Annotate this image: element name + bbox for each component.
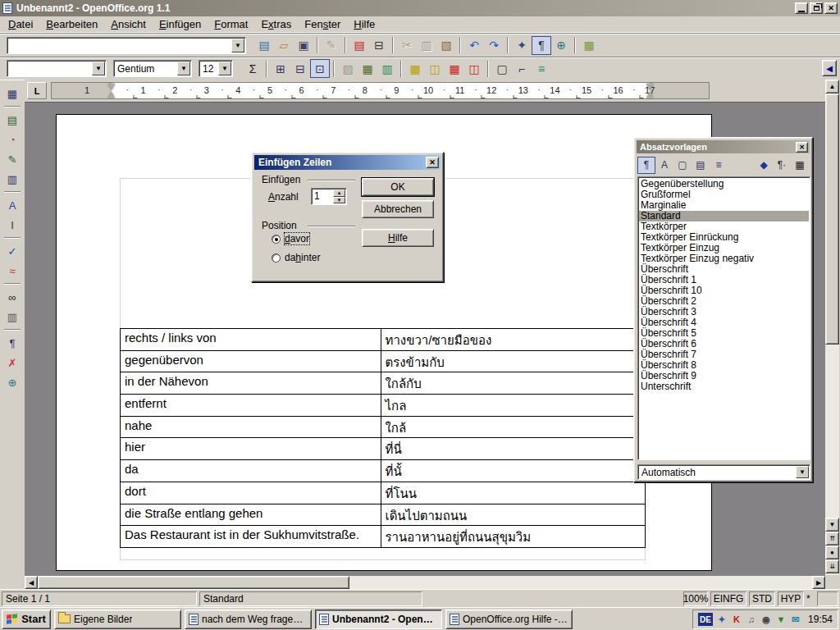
navigation-button[interactable]: ● <box>825 546 839 559</box>
menu-ansicht[interactable]: Ansicht <box>104 16 153 32</box>
horizontal-scrollbar[interactable]: ◀ ▶ <box>25 576 825 589</box>
ruler-tab-stop[interactable] <box>133 95 137 98</box>
ruler-tab-stop[interactable] <box>418 95 422 98</box>
menu-extras[interactable]: Extras <box>254 16 298 32</box>
hyperlink-icon[interactable]: ⊕ <box>551 36 571 55</box>
taskbar-button[interactable]: Unbenannt2 - OpenOf... <box>315 609 442 629</box>
menu-format[interactable]: Format <box>208 16 254 32</box>
help-button[interactable]: Hilfe <box>362 229 434 247</box>
ruler-tab-stop[interactable] <box>354 95 358 98</box>
spin-up-icon[interactable]: ▲ <box>333 189 345 197</box>
font-size-combobox[interactable]: 12 ▼ <box>199 60 233 77</box>
scroll-right-button[interactable]: ▶ <box>812 576 825 589</box>
size-dropdown-arrow-icon[interactable]: ▼ <box>218 62 231 75</box>
style-filter-combobox[interactable]: Automatisch ▼ <box>637 464 810 480</box>
ruler-tab-stop[interactable] <box>291 95 295 98</box>
ruler-tab-stop[interactable] <box>228 95 232 98</box>
autoformat-icon[interactable]: ▦ <box>358 59 377 78</box>
dialog-title-bar[interactable]: Einfügen Zeilen ✕ <box>254 155 441 170</box>
menu-einf-gen[interactable]: Einfügen <box>153 16 208 32</box>
filter-dropdown-arrow-icon[interactable]: ▼ <box>796 466 809 478</box>
toolbar-scroll-left-button[interactable]: ◀ <box>822 60 837 76</box>
character-styles-icon[interactable]: A <box>655 157 673 174</box>
taskbar-button[interactable]: Eigene Bilder <box>54 609 181 629</box>
scroll-left-button[interactable]: ◀ <box>25 576 38 589</box>
table-cell-german[interactable]: hier <box>121 438 381 460</box>
cancel-button[interactable]: Abbrechen <box>362 200 434 218</box>
insert-frame-icon[interactable]: ▢ <box>492 59 512 78</box>
ruler-tab-stop[interactable] <box>577 95 581 98</box>
font-name-combobox[interactable]: Gentium ▼ <box>113 60 192 77</box>
gallery-icon[interactable]: ▦ <box>579 36 599 55</box>
autotext-icon[interactable]: A <box>2 195 23 215</box>
page-styles-icon[interactable]: ▤ <box>692 157 710 174</box>
ruler-tab-stop[interactable] <box>545 95 549 98</box>
status-page[interactable]: Seite 1 / 1 <box>2 591 197 606</box>
ruler-tab-stop[interactable] <box>196 95 200 98</box>
vertical-scrollbar[interactable]: ▲ ▼ ⇈ ● ⇊ <box>825 80 839 575</box>
menu-datei[interactable]: Datei <box>2 16 39 32</box>
radio-davor[interactable]: davor <box>272 233 309 244</box>
keyboard-layout-indicator[interactable]: DE <box>698 613 713 626</box>
status-zoom[interactable]: 100% <box>683 591 708 606</box>
restore-button[interactable] <box>810 2 823 14</box>
save-icon[interactable]: ▣ <box>294 36 313 55</box>
frame-styles-icon[interactable]: ▢ <box>673 157 692 174</box>
taskbar-button[interactable]: OpenOffice.org Hilfe - H... <box>445 609 573 629</box>
table-cell-german[interactable]: entfernt <box>121 395 381 417</box>
autospellcheck-icon[interactable]: ≈ <box>2 261 23 281</box>
table-cell-thai[interactable]: รานอาหานอยู่ที่ถนนสุขุมวิม <box>381 526 646 548</box>
new-document-icon[interactable]: ▤ <box>254 36 274 55</box>
status-insert-mode[interactable]: EINFG <box>710 591 746 606</box>
redo-icon[interactable]: ↷ <box>484 36 504 55</box>
insert-chart-icon[interactable]: ◔ <box>2 130 23 149</box>
ruler-tab-stop[interactable] <box>640 95 644 98</box>
ruler-tab-stop[interactable] <box>482 95 486 98</box>
table-cell-german[interactable]: gegenübervon <box>121 351 381 373</box>
scroll-up-button[interactable]: ▲ <box>825 80 839 94</box>
border-style-icon[interactable]: ≡ <box>532 59 551 78</box>
nonprinting-characters-icon[interactable]: ¶ <box>2 333 23 353</box>
insert-column-icon[interactable]: ◫ <box>425 59 445 78</box>
url-combobox[interactable]: ▼ <box>7 37 246 54</box>
edit-file-icon[interactable]: ✎ <box>322 36 341 55</box>
menu-hilfe[interactable]: Hilfe <box>347 16 381 32</box>
dialog-close-button[interactable]: ✕ <box>426 157 439 168</box>
draw-functions-icon[interactable]: ✎ <box>2 149 23 169</box>
font-dropdown-arrow-icon[interactable]: ▼ <box>177 62 190 75</box>
mouse-icon[interactable]: ◉ <box>760 613 773 626</box>
previous-page-button[interactable]: ⇈ <box>825 532 839 546</box>
ruler-tab-stop[interactable] <box>323 95 327 98</box>
paragraph-style-combobox[interactable]: ▼ <box>7 60 107 77</box>
split-cells-icon[interactable]: ⊟ <box>290 59 310 78</box>
menu-bearbeiten[interactable]: Bearbeiten <box>39 16 104 32</box>
spellcheck-icon[interactable]: ✓ <box>2 241 23 261</box>
ok-button[interactable]: OK <box>362 178 434 196</box>
table-cell-thai[interactable]: เดินไปตามถนน <box>381 504 646 527</box>
insert-row-icon[interactable]: ▦ <box>405 59 425 78</box>
ruler-tab-stop[interactable] <box>608 95 612 98</box>
insert-table-icon[interactable]: ▦ <box>2 84 23 103</box>
table-cell-thai[interactable]: ที่นั้ <box>381 460 646 482</box>
close-button[interactable]: ✕ <box>824 2 838 14</box>
table-check-icon[interactable]: ▥ <box>377 59 397 78</box>
export-pdf-icon[interactable]: ▤ <box>349 36 369 55</box>
messenger-icon[interactable]: ✉ <box>789 613 802 626</box>
numbering-styles-icon[interactable]: ≡ <box>710 157 728 174</box>
graphics-onoff-icon[interactable]: ✗ <box>2 353 23 372</box>
delete-column-icon[interactable]: ◫ <box>464 59 484 78</box>
table-cell-thai[interactable]: ใกล้กับ <box>381 372 646 395</box>
style-item[interactable]: Unterschrift <box>639 381 809 392</box>
find-icon[interactable]: ∞ <box>2 287 23 307</box>
stylist-title-bar[interactable]: Absatzvorlagen ✕ <box>637 140 810 153</box>
table-cell-german[interactable]: dort <box>121 482 381 504</box>
sum-icon[interactable]: Σ <box>243 59 262 78</box>
table-cell-german[interactable]: da <box>121 460 381 482</box>
menu-fenster[interactable]: Fenster <box>298 16 347 32</box>
table-cell-thai[interactable]: ตรงข้ามกับ <box>381 351 646 373</box>
table-cell-german[interactable]: nahe <box>121 417 381 439</box>
insert-frame-icon[interactable]: ▤ <box>2 110 23 130</box>
undo-icon[interactable]: ↶ <box>464 36 484 55</box>
minimize-button[interactable] <box>795 2 808 14</box>
background-color-icon[interactable]: ▨ <box>338 59 358 78</box>
